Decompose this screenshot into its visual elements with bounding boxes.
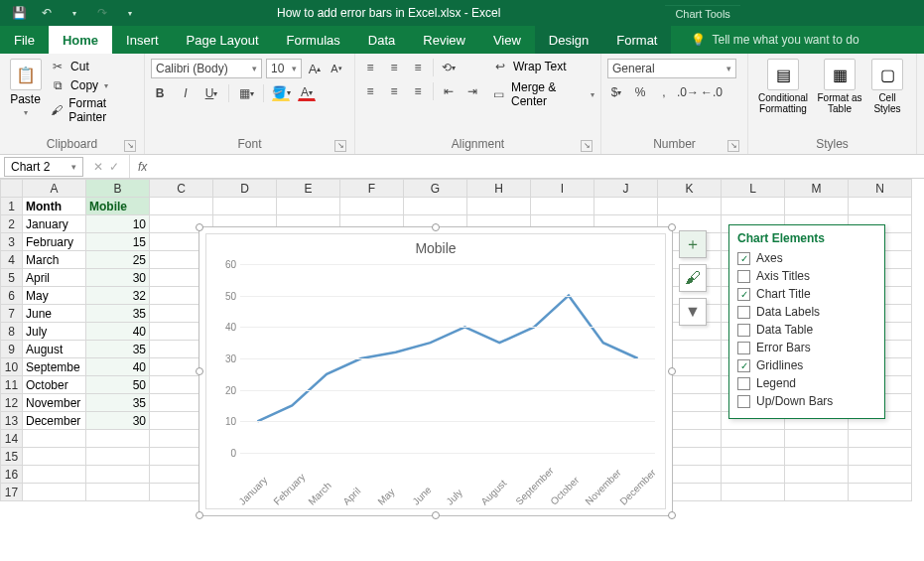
- col-header[interactable]: L: [722, 180, 785, 198]
- wrap-text-button[interactable]: ↩Wrap Text: [491, 59, 594, 74]
- chart-plot-area[interactable]: 0102030405060: [240, 264, 655, 453]
- formula-input[interactable]: [155, 157, 920, 177]
- chart-styles-button[interactable]: 🖌: [679, 264, 707, 292]
- cell[interactable]: 35: [86, 394, 150, 412]
- cell[interactable]: [785, 430, 849, 448]
- cell[interactable]: 10: [86, 215, 150, 233]
- col-header[interactable]: C: [150, 180, 213, 198]
- italic-icon[interactable]: I: [177, 85, 195, 101]
- undo-icon[interactable]: ↶: [34, 2, 60, 24]
- cell[interactable]: [785, 448, 849, 466]
- cell[interactable]: [722, 448, 785, 466]
- chart-element-item[interactable]: Axis Titles: [737, 267, 876, 285]
- cell[interactable]: 50: [86, 376, 150, 394]
- cell[interactable]: Month: [23, 198, 86, 215]
- tab-home[interactable]: Home: [49, 26, 112, 54]
- cell[interactable]: October: [23, 376, 86, 394]
- cell[interactable]: [340, 198, 404, 215]
- row-header[interactable]: 7: [1, 305, 23, 323]
- checkbox[interactable]: [737, 395, 750, 408]
- cell[interactable]: 35: [86, 341, 150, 358]
- cell[interactable]: [785, 198, 849, 215]
- cell[interactable]: [404, 198, 467, 215]
- resize-handle[interactable]: [196, 367, 203, 375]
- cell[interactable]: [594, 198, 658, 215]
- merge-center-button[interactable]: ▭Merge & Center▾: [491, 80, 594, 108]
- col-header[interactable]: F: [340, 180, 404, 198]
- cell[interactable]: [86, 448, 150, 466]
- row-header[interactable]: 5: [1, 269, 23, 287]
- cell[interactable]: Septembe: [23, 358, 86, 376]
- conditional-formatting-button[interactable]: ▤Conditional Formatting: [754, 57, 812, 114]
- checkbox[interactable]: [737, 306, 750, 319]
- col-header[interactable]: N: [849, 180, 912, 198]
- cell[interactable]: [785, 484, 849, 501]
- row-header[interactable]: 14: [1, 430, 23, 448]
- cell[interactable]: [23, 466, 86, 484]
- cell[interactable]: [849, 448, 912, 466]
- cell[interactable]: [722, 484, 785, 501]
- row-header[interactable]: 15: [1, 448, 23, 466]
- cancel-formula-icon[interactable]: ✕: [93, 160, 103, 174]
- row-header[interactable]: 10: [1, 358, 23, 376]
- checkbox[interactable]: [737, 270, 750, 283]
- align-bottom-icon[interactable]: ≡: [409, 60, 427, 75]
- chart-filter-button[interactable]: ▼: [679, 298, 707, 326]
- cell[interactable]: [86, 430, 150, 448]
- align-top-icon[interactable]: ≡: [361, 60, 379, 75]
- cell[interactable]: [658, 198, 722, 215]
- cell[interactable]: [213, 198, 277, 215]
- tell-me[interactable]: 💡 Tell me what you want to do: [691, 26, 858, 54]
- cell[interactable]: 30: [86, 412, 150, 430]
- chart-element-item[interactable]: Error Bars: [737, 339, 876, 356]
- name-box[interactable]: Chart 2▾: [4, 157, 83, 177]
- cell[interactable]: [86, 484, 150, 501]
- chart-object[interactable]: Mobile 0102030405060 JanuaryFebruaryMarc…: [198, 226, 673, 516]
- tab-data[interactable]: Data: [354, 26, 409, 54]
- tab-review[interactable]: Review: [409, 26, 479, 54]
- row-header[interactable]: 1: [1, 198, 23, 215]
- enter-formula-icon[interactable]: ✓: [109, 160, 119, 174]
- chart-element-item[interactable]: ✓Axes: [737, 249, 876, 267]
- cell[interactable]: 40: [86, 323, 150, 341]
- resize-handle[interactable]: [668, 223, 676, 231]
- cell[interactable]: 32: [86, 287, 150, 305]
- cell[interactable]: December: [23, 412, 86, 430]
- resize-handle[interactable]: [432, 223, 440, 231]
- resize-handle[interactable]: [668, 511, 676, 519]
- row-header[interactable]: 6: [1, 287, 23, 305]
- tab-design[interactable]: Design: [535, 26, 602, 54]
- font-color-icon[interactable]: A▾: [298, 85, 316, 101]
- cell[interactable]: 25: [86, 251, 150, 269]
- checkbox[interactable]: ✓: [737, 288, 750, 301]
- chart-element-item[interactable]: ✓Chart Title: [737, 285, 876, 303]
- chart-element-item[interactable]: Data Labels: [737, 303, 876, 321]
- resize-handle[interactable]: [196, 511, 203, 519]
- col-header[interactable]: M: [785, 180, 849, 198]
- col-header[interactable]: I: [531, 180, 594, 198]
- chart-element-item[interactable]: Data Table: [737, 321, 876, 339]
- number-launcher[interactable]: ↘: [727, 140, 739, 152]
- cell[interactable]: 35: [86, 305, 150, 323]
- cell[interactable]: [150, 198, 213, 215]
- tab-view[interactable]: View: [479, 26, 535, 54]
- percent-icon[interactable]: %: [631, 84, 649, 100]
- col-header[interactable]: D: [213, 180, 277, 198]
- cell[interactable]: April: [23, 269, 86, 287]
- format-painter-button[interactable]: 🖌Format Painter: [49, 96, 138, 124]
- underline-icon[interactable]: U▾: [202, 85, 220, 101]
- orientation-icon[interactable]: ⟲▾: [440, 60, 458, 75]
- currency-icon[interactable]: $▾: [607, 84, 625, 100]
- qat-customize-icon[interactable]: ▾: [117, 2, 143, 24]
- col-header[interactable]: H: [467, 180, 531, 198]
- cell[interactable]: [722, 466, 785, 484]
- tab-insert[interactable]: Insert: [112, 26, 173, 54]
- resize-handle[interactable]: [432, 511, 440, 519]
- align-left-icon[interactable]: ≡: [361, 83, 379, 99]
- inc-indent-icon[interactable]: ⇥: [463, 83, 481, 99]
- cell[interactable]: March: [23, 251, 86, 269]
- cell[interactable]: [849, 484, 912, 501]
- dec-decimal-icon[interactable]: ←.0: [703, 84, 721, 100]
- fill-color-icon[interactable]: 🪣▾: [272, 85, 290, 101]
- row-header[interactable]: 11: [1, 376, 23, 394]
